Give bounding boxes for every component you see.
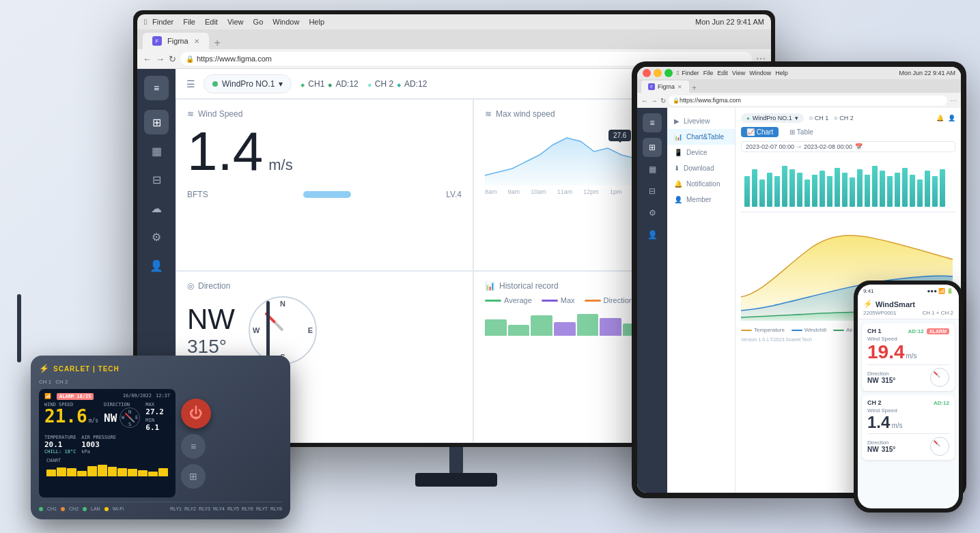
bfts-level: LV.4 [446, 190, 462, 199]
calendar-icon: 📅 [855, 143, 863, 150]
legend-windchill: Windchill [792, 327, 826, 333]
tab-close-button[interactable]: ✕ [194, 38, 199, 45]
bar [804, 179, 810, 207]
phone-status-bar: 9:41 ●●● 📶 🔋 [858, 285, 959, 297]
sidebar-item-settings[interactable]: ⚙ [144, 225, 169, 249]
device-btn-2[interactable]: ⊞ [181, 464, 206, 489]
browser-tab-bar: F Figma ✕ + [137, 29, 771, 49]
needle-bottom [274, 321, 283, 331]
bar [850, 177, 855, 207]
tablet-back[interactable]: ← [641, 97, 648, 104]
tablet-reload[interactable]: ↻ [660, 97, 666, 104]
member-nav-icon: 👤 [674, 196, 682, 203]
sidebar-logo: ≡ [144, 76, 169, 100]
phone-channel-label: CH 1 + CH 2 [922, 310, 953, 316]
bar [812, 175, 817, 207]
device-left-col: WIND SPEED 21.6 m/s [44, 402, 98, 432]
phone-ch2-needle-bottom [937, 444, 940, 447]
tablet-bell-icon[interactable]: 🔔 [936, 115, 944, 121]
tablet-new-tab[interactable]: + [692, 83, 697, 93]
bar [895, 173, 900, 207]
device-pressure-value: 1003 [81, 440, 116, 449]
port-ch1-label: CH1 [47, 506, 57, 511]
device-temp-value: 20.1 [44, 440, 76, 449]
tablet-forward[interactable]: → [651, 97, 658, 104]
device-chill-label: CHILL: 18°C [44, 449, 76, 455]
tablet-nav-charttable[interactable]: 📊 Chart&Table [667, 129, 735, 145]
notification-nav-icon: 🔔 [674, 180, 682, 188]
device-left-ports: CH1 CH2 LAN Wi-Fi [39, 506, 124, 511]
phone-device-id: 2205WP0001 [863, 310, 896, 316]
device-time: 12:37 [156, 393, 170, 400]
tablet-sidebar-users[interactable]: 👤 [643, 225, 662, 244]
url-text: https://www.figma.com [197, 55, 272, 63]
phone-device-info: 2205WP0001 CH 1 + CH 2 [863, 310, 953, 316]
svg-text:S: S [128, 422, 131, 427]
tab-table[interactable]: ⊞ Table [784, 127, 819, 137]
device-temp-label: TEMPERATURE [44, 435, 76, 440]
device-btn-1[interactable]: ≡ [181, 434, 206, 459]
tablet-sidebar-settings[interactable]: ⚙ [643, 203, 662, 222]
device-power-button[interactable]: ⏻ [181, 399, 211, 429]
device-dir-display: NW N S W E [104, 407, 140, 428]
tablet-tab-close[interactable]: ✕ [677, 84, 682, 90]
new-tab-button[interactable]: + [214, 37, 221, 49]
device-bar [87, 466, 97, 476]
tablet-dot-yellow [654, 69, 662, 77]
device-bar [117, 468, 127, 477]
device-second-row: TEMPERATURE 20.1 CHILL: 18°C AIR PRESSUR… [44, 435, 170, 455]
rly1-label: RLY1 [170, 506, 182, 511]
date-range[interactable]: 2023-02-07 00:00 → 2023-02-08 00:00 📅 [741, 141, 955, 152]
sidebar-item-filters[interactable]: ⊟ [144, 167, 169, 192]
sidebar-item-analytics[interactable]: ▦ [144, 139, 169, 163]
tablet-nav-member[interactable]: 👤 Member [667, 192, 735, 207]
status-dot [212, 81, 218, 87]
back-button[interactable]: ← [143, 54, 152, 64]
device-date: 16/09/2022 [123, 393, 152, 400]
sidebar-item-users[interactable]: 👤 [144, 253, 169, 278]
device-port-row-1: CH1 CH2 LAN Wi-Fi [39, 506, 124, 511]
tablet-user-icon[interactable]: 👤 [948, 115, 955, 121]
antenna-left [17, 294, 21, 362]
device-dir-label: DIRECTION [104, 402, 140, 407]
device-screen-header: 📶 ALARM 18/25 16/09/2022 12:37 [44, 393, 170, 400]
device-wind-row: 21.6 m/s [44, 407, 98, 425]
compass-west: W [253, 326, 260, 334]
reload-button[interactable]: ↻ [169, 54, 176, 64]
device-selector[interactable]: WindPro NO.1 ▾ [204, 74, 292, 93]
tablet-sidebar-filters[interactable]: ⊟ [643, 182, 662, 201]
phone-ch1-badges: AD:12 ALARM [908, 328, 949, 334]
bfts-label: BFTS [187, 190, 208, 199]
compass-north: N [280, 300, 285, 308]
tablet-sidebar-dashboard[interactable]: ⊞ [643, 138, 662, 157]
tablet-ch1-opt: ○ CH 1 [809, 115, 828, 121]
bar [917, 179, 923, 207]
device-pressure-block: AIR PRESSURE 1003 kPa [81, 435, 116, 455]
tablet-more[interactable]: ⋯ [950, 97, 957, 104]
tablet-nav-device[interactable]: 📱 Device [667, 145, 735, 160]
device-max-label: MAX [145, 402, 164, 407]
browser-tab[interactable]: F Figma ✕ [143, 33, 209, 49]
forward-button[interactable]: → [156, 54, 165, 64]
tablet-device-selector[interactable]: ● WindPro NO.1 ▾ [741, 113, 804, 123]
sidebar-item-dashboard[interactable]: ⊞ [144, 110, 169, 134]
mini-bar [508, 325, 530, 336]
bar [820, 171, 825, 207]
tablet-browser-tab[interactable]: F Figma ✕ [641, 81, 689, 93]
phone-ch1-dir-label: Direction [867, 371, 895, 377]
phone-ch1-dir-value-row: NW 315° [867, 377, 895, 384]
menu-icon[interactable]: ☰ [186, 78, 195, 89]
sidebar-item-cloud[interactable]: ☁ [144, 196, 169, 220]
tablet-sidebar-analytics[interactable]: ▦ [643, 160, 662, 179]
device-nav-icon: 📱 [674, 149, 682, 156]
tablet-nav-notification[interactable]: 🔔 Notification [667, 176, 735, 192]
phone-ch1-dir-block: Direction NW 315° [867, 371, 895, 384]
legend-max-color [542, 300, 558, 302]
phone-ch2-wind-number: 1.4 [867, 414, 890, 431]
tab-chart[interactable]: 📈 Chart [741, 127, 779, 137]
tablet-nav-liveview[interactable]: ▶ Liveview [667, 113, 735, 129]
tablet-nav-download[interactable]: ⬇ Download [667, 160, 735, 176]
mini-bar [531, 315, 552, 336]
device-brand-text: SCARLET | TECH [53, 365, 120, 373]
tablet-address-bar[interactable]: 🔒 https://www.figma.com [669, 96, 947, 106]
